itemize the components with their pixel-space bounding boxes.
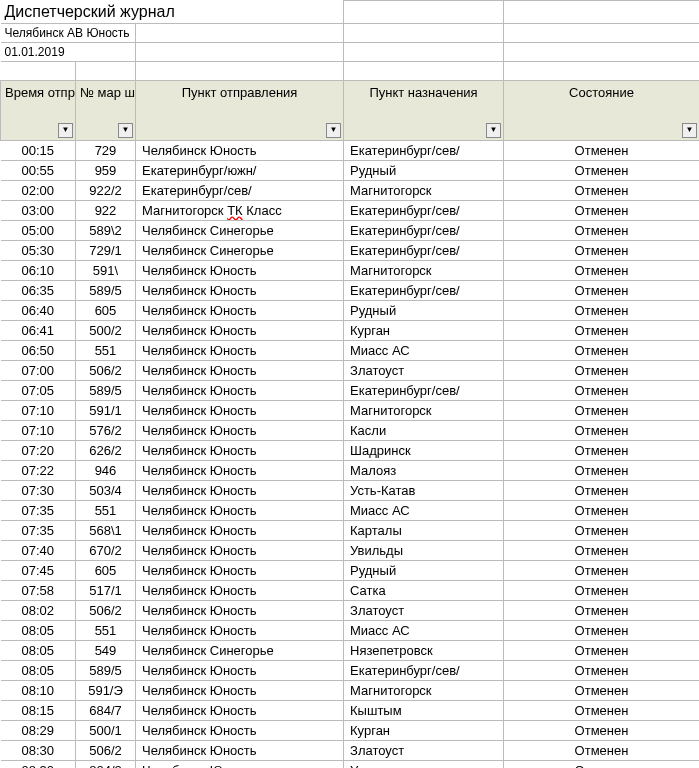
cell-route: 517/1	[76, 580, 136, 600]
cell-destination: Рудный	[344, 560, 504, 580]
cell-time: 07:10	[1, 400, 76, 420]
cell-status: Отменен	[504, 140, 699, 160]
cell-departure: Челябинск Юность	[136, 620, 344, 640]
cell-time: 06:40	[1, 300, 76, 320]
cell-time: 06:10	[1, 260, 76, 280]
cell-departure: Челябинск Юность	[136, 300, 344, 320]
cell-status: Отменен	[504, 300, 699, 320]
cell-destination: Шадринск	[344, 440, 504, 460]
table-row: 08:05589/5Челябинск ЮностьЕкатеринбург/с…	[1, 660, 700, 680]
cell-status: Отменен	[504, 200, 699, 220]
cell-status: Отменен	[504, 380, 699, 400]
cell-departure: Челябинск Юность	[136, 700, 344, 720]
cell-status: Отменен	[504, 220, 699, 240]
date-row: 01.01.2019	[1, 42, 700, 61]
cell-route: 551	[76, 500, 136, 520]
cell-time: 06:41	[1, 320, 76, 340]
cell-destination: Екатеринбург/сев/	[344, 200, 504, 220]
cell-destination: Сатка	[344, 580, 504, 600]
table-row: 08:05551Челябинск ЮностьМиасс АСОтменен	[1, 620, 700, 640]
table-row: 07:35551Челябинск ЮностьМиасс АСОтменен	[1, 500, 700, 520]
cell-destination: Миасс АС	[344, 340, 504, 360]
table-row: 08:30506/2Челябинск ЮностьЗлатоустОтмене…	[1, 740, 700, 760]
cell-departure: Челябинск Юность	[136, 360, 344, 380]
cell-departure: Челябинск Юность	[136, 540, 344, 560]
table-row: 07:22946Челябинск ЮностьМалоязОтменен	[1, 460, 700, 480]
cell-departure: Челябинск Юность	[136, 720, 344, 740]
cell-departure: Челябинск Юность	[136, 440, 344, 460]
cell-departure: Челябинск Юность	[136, 380, 344, 400]
cell-time: 06:50	[1, 340, 76, 360]
cell-destination: Екатеринбург/сев/	[344, 280, 504, 300]
cell-status: Отменен	[504, 440, 699, 460]
cell-departure: Челябинск Юность	[136, 320, 344, 340]
cell-status: Отменен	[504, 420, 699, 440]
cell-time: 07:35	[1, 520, 76, 540]
cell-time: 07:58	[1, 580, 76, 600]
cell-status: Отменен	[504, 320, 699, 340]
filter-dropdown-time[interactable]: ▼	[58, 123, 73, 138]
cell-route: 506/2	[76, 600, 136, 620]
filter-dropdown-route[interactable]: ▼	[118, 123, 133, 138]
cell-destination: Миасс АС	[344, 500, 504, 520]
cell-time: 07:05	[1, 380, 76, 400]
cell-destination: Рудный	[344, 160, 504, 180]
col-header-status: Состояние ▼	[504, 80, 699, 140]
cell-route: 684/7	[76, 700, 136, 720]
table-row: 06:41500/2Челябинск ЮностьКурганОтменен	[1, 320, 700, 340]
filter-dropdown-departure[interactable]: ▼	[326, 123, 341, 138]
table-row: 07:45605Челябинск ЮностьРудныйОтменен	[1, 560, 700, 580]
cell-destination: Курган	[344, 320, 504, 340]
cell-status: Отменен	[504, 280, 699, 300]
cell-route: 959	[76, 160, 136, 180]
cell-destination: Рудный	[344, 300, 504, 320]
cell-route: 589/5	[76, 380, 136, 400]
table-row: 06:10591\Челябинск ЮностьМагнитогорскОтм…	[1, 260, 700, 280]
cell-destination: Екатеринбург/сев/	[344, 220, 504, 240]
cell-route: 922	[76, 200, 136, 220]
filter-dropdown-destination[interactable]: ▼	[486, 123, 501, 138]
cell-route: 589\2	[76, 220, 136, 240]
table-row: 05:30729/1Челябинск СинегорьеЕкатеринбур…	[1, 240, 700, 260]
col-header-route: № мар шр. ▼	[76, 80, 136, 140]
cell-time: 07:10	[1, 420, 76, 440]
cell-destination: Магнитогорск	[344, 260, 504, 280]
cell-time: 02:00	[1, 180, 76, 200]
table-row: 02:00922/2Екатеринбург/сев/МагнитогорскО…	[1, 180, 700, 200]
cell-route: 576/2	[76, 420, 136, 440]
cell-destination: Увильды	[344, 540, 504, 560]
cell-departure: Челябинск Юность	[136, 600, 344, 620]
cell-departure: Челябинск Синегорье	[136, 640, 344, 660]
table-header: Время отпр. ▼ № мар шр. ▼ Пункт отправле…	[1, 80, 700, 140]
cell-status: Отменен	[504, 520, 699, 540]
cell-route: 626/2	[76, 440, 136, 460]
cell-status: Отменен	[504, 360, 699, 380]
cell-route: 589/5	[76, 280, 136, 300]
table-row: 07:30503/4Челябинск ЮностьУсть-КатавОтме…	[1, 480, 700, 500]
table-row: 07:58517/1Челябинск ЮностьСаткаОтменен	[1, 580, 700, 600]
cell-route: 591/Э	[76, 680, 136, 700]
filter-dropdown-status[interactable]: ▼	[682, 123, 697, 138]
table-row: 07:00506/2Челябинск ЮностьЗлатоустОтмене…	[1, 360, 700, 380]
table-row: 07:35568\1Челябинск ЮностьКарталыОтменен	[1, 520, 700, 540]
table-row: 00:55959Екатеринбург/южн/РудныйОтменен	[1, 160, 700, 180]
table-row: 08:05549Челябинск СинегорьеНязепетровскО…	[1, 640, 700, 660]
cell-departure: Челябинск Синегорье	[136, 220, 344, 240]
cell-departure: Челябинск Синегорье	[136, 240, 344, 260]
cell-status: Отменен	[504, 180, 699, 200]
cell-time: 06:35	[1, 280, 76, 300]
journal-date: 01.01.2019	[1, 42, 136, 61]
cell-departure: Челябинск Юность	[136, 760, 344, 768]
cell-route: 503/4	[76, 480, 136, 500]
cell-route: 500/1	[76, 720, 136, 740]
table-row: 07:10576/2Челябинск ЮностьКаслиОтменен	[1, 420, 700, 440]
table-row: 08:02506/2Челябинск ЮностьЗлатоустОтмене…	[1, 600, 700, 620]
cell-departure: Челябинск Юность	[136, 420, 344, 440]
cell-status: Отменен	[504, 700, 699, 720]
cell-time: 05:00	[1, 220, 76, 240]
table-row: 08:15684/7Челябинск ЮностьКыштымОтменен	[1, 700, 700, 720]
cell-route: 946	[76, 460, 136, 480]
cell-departure: Челябинск Юность	[136, 400, 344, 420]
cell-time: 07:20	[1, 440, 76, 460]
table-row: 05:00589\2Челябинск СинегорьеЕкатеринбур…	[1, 220, 700, 240]
